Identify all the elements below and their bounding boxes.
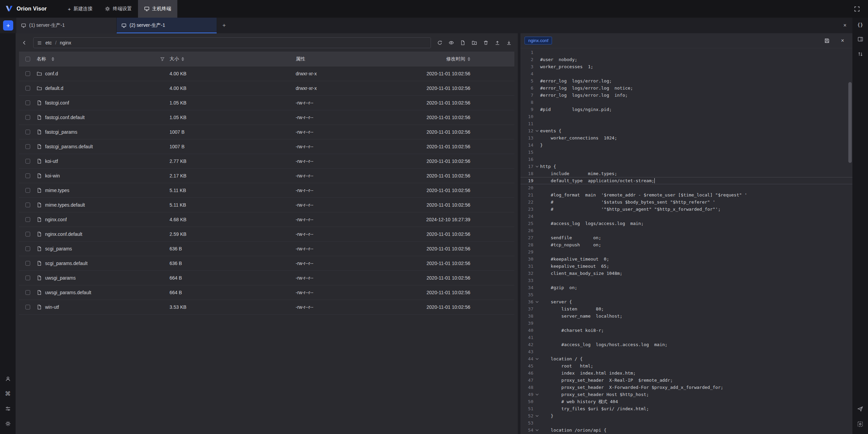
code-line[interactable]: 40 #charset koi8-r; xyxy=(520,327,852,334)
code-line[interactable]: 44 location / { xyxy=(520,355,852,362)
panel-resize-handle[interactable] xyxy=(518,33,520,434)
line-number[interactable]: 22 xyxy=(520,199,534,206)
line-number[interactable]: 4 xyxy=(520,70,534,77)
file-name[interactable]: nginx.conf.default xyxy=(45,231,82,237)
code-line[interactable]: 29 xyxy=(520,248,852,256)
line-number[interactable]: 16 xyxy=(520,156,534,163)
tab-server-2-active[interactable]: (2) server-生产-1 xyxy=(117,18,217,33)
editor-code[interactable]: 1 2 #user nobody; 3 worker_processes 1; … xyxy=(520,48,852,434)
line-number[interactable]: 37 xyxy=(520,305,534,313)
menu-item-terminal-settings[interactable]: 终端设置 xyxy=(99,0,138,18)
line-number[interactable]: 47 xyxy=(520,377,534,384)
line-number[interactable]: 8 xyxy=(520,99,534,106)
user-icon[interactable] xyxy=(5,376,11,382)
settings-gear-icon[interactable] xyxy=(5,421,11,427)
column-header-name[interactable]: 名称 xyxy=(37,56,170,62)
code-line[interactable]: 12 events { xyxy=(520,127,852,134)
code-line[interactable]: 50 # web history 模式 404 xyxy=(520,398,852,405)
line-number[interactable]: 13 xyxy=(520,134,534,141)
line-number[interactable]: 36 xyxy=(520,298,534,305)
table-row[interactable]: nginx.conf 4.68 KB -rw-r--r-- 2024-12-10… xyxy=(19,212,514,227)
new-file-icon[interactable] xyxy=(457,37,468,48)
tab-server-1[interactable]: (1) server-生产-1 xyxy=(16,18,117,33)
table-row[interactable]: fastcgi_params 1007 B -rw-r--r-- 2020-11… xyxy=(19,125,514,139)
sort-swap-icon[interactable] xyxy=(857,51,863,57)
code-line[interactable]: 1 xyxy=(520,49,852,56)
line-number[interactable]: 18 xyxy=(520,170,534,177)
line-number[interactable]: 27 xyxy=(520,234,534,241)
line-number[interactable]: 10 xyxy=(520,113,534,120)
file-name[interactable]: mime.types xyxy=(45,188,70,193)
download-icon[interactable] xyxy=(504,37,514,48)
layout-panel-icon[interactable] xyxy=(857,36,863,42)
save-icon[interactable] xyxy=(821,35,833,46)
fold-chevron-icon[interactable] xyxy=(534,394,540,395)
row-checkbox[interactable] xyxy=(25,173,30,178)
column-header-perms[interactable]: 属性 xyxy=(296,56,409,62)
code-line[interactable]: 3 worker_processes 1; xyxy=(520,63,852,70)
table-row[interactable]: fastcgi_params.default 1007 B -rw-r--r--… xyxy=(19,139,514,154)
row-checkbox[interactable] xyxy=(25,144,30,149)
row-checkbox[interactable] xyxy=(25,159,30,164)
command-icon[interactable]: ⌘ xyxy=(5,391,11,397)
line-number[interactable]: 15 xyxy=(520,149,534,156)
row-checkbox[interactable] xyxy=(25,246,30,251)
line-number[interactable]: 24 xyxy=(520,213,534,220)
code-line[interactable]: 17 http { xyxy=(520,163,852,170)
line-number[interactable]: 21 xyxy=(520,191,534,199)
code-line[interactable]: 23 # '"$http_user_agent" "$http_x_forwar… xyxy=(520,206,852,213)
fold-chevron-icon[interactable] xyxy=(534,130,540,131)
table-row[interactable]: uwsgi_params 664 B -rw-r--r-- 2020-11-01… xyxy=(19,271,514,285)
code-line[interactable]: 22 # '$status $body_bytes_sent "$http_re… xyxy=(520,199,852,206)
upload-icon[interactable] xyxy=(492,37,503,48)
line-number[interactable]: 34 xyxy=(520,284,534,291)
line-number[interactable]: 31 xyxy=(520,263,534,270)
table-row[interactable]: win-utf 3.53 KB -rw-r--r-- 2020-11-01 10… xyxy=(19,300,514,315)
file-name[interactable]: default.d xyxy=(45,86,63,91)
table-row[interactable]: fastcgi.conf 1.05 KB -rw-r--r-- 2020-11-… xyxy=(19,96,514,110)
code-line[interactable]: 39 xyxy=(520,320,852,327)
breadcrumb-segment-nginx[interactable]: nginx xyxy=(60,40,71,45)
line-number[interactable]: 45 xyxy=(520,362,534,370)
back-button[interactable] xyxy=(19,37,30,48)
row-checkbox[interactable] xyxy=(25,203,30,207)
row-checkbox[interactable] xyxy=(25,217,30,222)
braces-icon[interactable]: {} xyxy=(857,22,863,27)
row-checkbox[interactable] xyxy=(25,232,30,237)
line-number[interactable]: 50 xyxy=(520,398,534,405)
file-name[interactable]: nginx.conf xyxy=(45,217,67,222)
code-line[interactable]: 46 index index.html index.htm; xyxy=(520,370,852,377)
row-checkbox[interactable] xyxy=(25,115,30,120)
line-number[interactable]: 25 xyxy=(520,220,534,227)
code-line[interactable]: 11 xyxy=(520,120,852,127)
line-number[interactable]: 48 xyxy=(520,384,534,391)
line-number[interactable]: 9 xyxy=(520,106,534,113)
code-line[interactable]: 48 proxy_set_header X-Forwarded-For $pro… xyxy=(520,384,852,391)
file-name[interactable]: koi-win xyxy=(45,173,60,178)
file-name[interactable]: fastcgi.conf xyxy=(45,100,69,106)
fullscreen-icon[interactable] xyxy=(851,3,863,15)
line-number[interactable]: 33 xyxy=(520,277,534,284)
line-number[interactable]: 12 xyxy=(520,127,534,134)
code-line[interactable]: 31 keepalive_timeout 65; xyxy=(520,263,852,270)
line-number[interactable]: 46 xyxy=(520,370,534,377)
preview-eye-icon[interactable] xyxy=(446,37,457,48)
line-number[interactable]: 28 xyxy=(520,241,534,248)
file-name[interactable]: fastcgi.conf.default xyxy=(45,115,85,120)
code-line[interactable]: 24 xyxy=(520,213,852,220)
list-icon[interactable] xyxy=(37,40,42,45)
code-line[interactable]: 13 worker_connections 1024; xyxy=(520,134,852,141)
line-number[interactable]: 19 xyxy=(520,177,534,184)
line-number[interactable]: 7 xyxy=(520,92,534,99)
table-row[interactable]: koi-win 2.17 KB -rw-r--r-- 2020-11-01 10… xyxy=(19,169,514,183)
code-line[interactable]: 4 xyxy=(520,70,852,77)
line-number[interactable]: 49 xyxy=(520,391,534,398)
table-row[interactable]: uwsgi_params.default 664 B -rw-r--r-- 20… xyxy=(19,285,514,300)
row-checkbox[interactable] xyxy=(25,290,30,295)
code-line[interactable]: 53 xyxy=(520,419,852,427)
table-row[interactable]: default.d 4.00 KB drwxr-xr-x 2020-11-01 … xyxy=(19,81,514,96)
delete-trash-icon[interactable] xyxy=(480,37,491,48)
code-line[interactable]: 16 xyxy=(520,156,852,163)
screenshot-icon[interactable] xyxy=(857,421,863,427)
code-line[interactable]: 9 #pid logs/nginx.pid; xyxy=(520,106,852,113)
